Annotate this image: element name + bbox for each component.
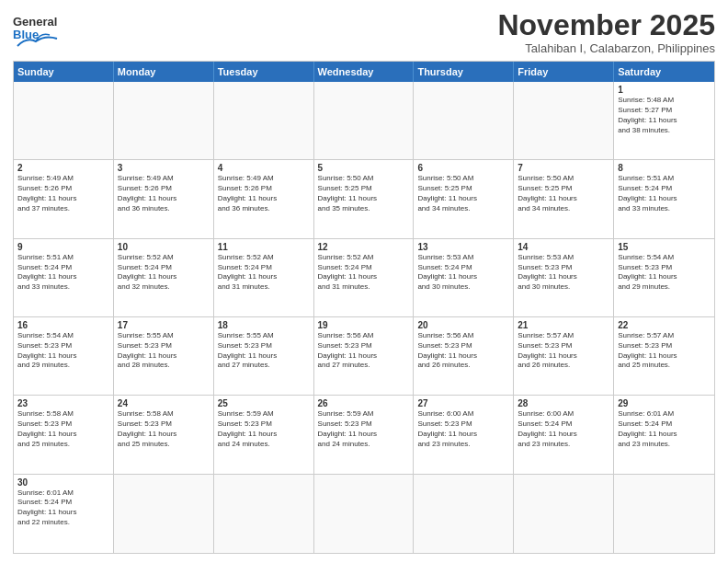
calendar-week-3: 9Sunrise: 5:51 AM Sunset: 5:24 PM Daylig… <box>14 239 714 317</box>
generalblue-logo-svg: General Blue <box>13 9 59 51</box>
day-info: Sunrise: 5:50 AM Sunset: 5:25 PM Dayligh… <box>318 174 410 213</box>
header-day-sunday: Sunday <box>14 62 114 82</box>
calendar-cell: 14Sunrise: 5:53 AM Sunset: 5:23 PM Dayli… <box>514 239 614 316</box>
calendar-cell <box>414 475 514 553</box>
day-info: Sunrise: 5:55 AM Sunset: 5:23 PM Dayligh… <box>218 331 310 371</box>
header-day-saturday: Saturday <box>614 62 714 82</box>
day-info: Sunrise: 5:58 AM Sunset: 5:23 PM Dayligh… <box>17 409 109 449</box>
calendar-cell: 6Sunrise: 5:50 AM Sunset: 5:25 PM Daylig… <box>414 160 514 237</box>
calendar-week-2: 2Sunrise: 5:49 AM Sunset: 5:26 PM Daylig… <box>14 160 714 238</box>
svg-text:General: General <box>13 15 57 29</box>
calendar-cell: 20Sunrise: 5:56 AM Sunset: 5:23 PM Dayli… <box>414 317 514 395</box>
calendar-cell <box>614 475 714 553</box>
day-number: 11 <box>218 242 310 252</box>
day-info: Sunrise: 6:01 AM Sunset: 5:24 PM Dayligh… <box>618 409 711 449</box>
day-number: 29 <box>618 398 711 408</box>
day-info: Sunrise: 5:49 AM Sunset: 5:26 PM Dayligh… <box>17 174 109 213</box>
calendar-cell: 19Sunrise: 5:56 AM Sunset: 5:23 PM Dayli… <box>314 317 415 395</box>
day-number: 6 <box>417 163 509 173</box>
day-info: Sunrise: 5:57 AM Sunset: 5:23 PM Dayligh… <box>518 331 609 371</box>
day-info: Sunrise: 5:53 AM Sunset: 5:23 PM Dayligh… <box>518 253 609 293</box>
calendar-cell <box>314 82 415 159</box>
calendar-cell: 1Sunrise: 5:48 AM Sunset: 5:27 PM Daylig… <box>614 82 714 159</box>
day-info: Sunrise: 6:01 AM Sunset: 5:24 PM Dayligh… <box>17 488 109 528</box>
day-number: 7 <box>518 163 609 173</box>
day-info: Sunrise: 5:51 AM Sunset: 5:24 PM Dayligh… <box>618 174 711 213</box>
day-number: 13 <box>417 242 509 252</box>
day-number: 15 <box>618 242 711 252</box>
location-subtitle: Talahiban I, Calabarzon, Philippines <box>497 41 715 55</box>
header-day-wednesday: Wednesday <box>314 62 415 82</box>
day-number: 17 <box>118 320 210 330</box>
calendar-cell <box>214 475 314 553</box>
calendar-week-6: 30Sunrise: 6:01 AM Sunset: 5:24 PM Dayli… <box>14 475 714 553</box>
calendar-cell: 5Sunrise: 5:50 AM Sunset: 5:25 PM Daylig… <box>314 160 415 237</box>
day-number: 28 <box>518 398 609 408</box>
day-number: 12 <box>318 242 410 252</box>
page: General Blue November 2025 Talahiban I, … <box>0 0 728 563</box>
day-number: 1 <box>618 85 711 95</box>
svg-text:Blue: Blue <box>13 28 39 41</box>
header-day-thursday: Thursday <box>414 62 514 82</box>
day-info: Sunrise: 5:56 AM Sunset: 5:23 PM Dayligh… <box>318 331 410 371</box>
day-number: 22 <box>618 320 711 330</box>
calendar-week-5: 23Sunrise: 5:58 AM Sunset: 5:23 PM Dayli… <box>14 396 714 474</box>
day-number: 2 <box>17 163 109 173</box>
day-number: 16 <box>17 320 109 330</box>
day-info: Sunrise: 5:57 AM Sunset: 5:23 PM Dayligh… <box>618 331 711 371</box>
calendar-cell: 11Sunrise: 5:52 AM Sunset: 5:24 PM Dayli… <box>214 239 314 316</box>
day-number: 18 <box>218 320 310 330</box>
day-info: Sunrise: 6:00 AM Sunset: 5:24 PM Dayligh… <box>518 409 609 449</box>
day-info: Sunrise: 6:00 AM Sunset: 5:23 PM Dayligh… <box>417 409 509 449</box>
day-info: Sunrise: 5:50 AM Sunset: 5:25 PM Dayligh… <box>417 174 509 213</box>
calendar-cell: 23Sunrise: 5:58 AM Sunset: 5:23 PM Dayli… <box>14 396 114 473</box>
calendar-cell <box>214 82 314 159</box>
day-info: Sunrise: 5:51 AM Sunset: 5:24 PM Dayligh… <box>17 253 109 293</box>
calendar-header: SundayMondayTuesdayWednesdayThursdayFrid… <box>14 62 714 82</box>
calendar-cell: 3Sunrise: 5:49 AM Sunset: 5:26 PM Daylig… <box>114 160 214 237</box>
calendar-cell <box>414 82 514 159</box>
calendar-cell <box>114 82 214 159</box>
header-day-tuesday: Tuesday <box>214 62 314 82</box>
calendar-cell: 4Sunrise: 5:49 AM Sunset: 5:26 PM Daylig… <box>214 160 314 237</box>
logo-icon: General Blue <box>13 9 59 51</box>
day-number: 21 <box>518 320 609 330</box>
day-info: Sunrise: 5:58 AM Sunset: 5:23 PM Dayligh… <box>118 409 210 449</box>
month-title: November 2025 <box>497 9 715 41</box>
day-info: Sunrise: 5:48 AM Sunset: 5:27 PM Dayligh… <box>618 96 711 135</box>
calendar-cell: 28Sunrise: 6:00 AM Sunset: 5:24 PM Dayli… <box>514 396 614 473</box>
day-info: Sunrise: 5:52 AM Sunset: 5:24 PM Dayligh… <box>118 253 210 293</box>
calendar-cell: 12Sunrise: 5:52 AM Sunset: 5:24 PM Dayli… <box>314 239 415 316</box>
calendar: SundayMondayTuesdayWednesdayThursdayFrid… <box>13 61 715 554</box>
calendar-cell <box>514 82 614 159</box>
day-number: 23 <box>17 398 109 408</box>
day-number: 5 <box>318 163 410 173</box>
day-info: Sunrise: 5:59 AM Sunset: 5:23 PM Dayligh… <box>218 409 310 449</box>
day-info: Sunrise: 5:49 AM Sunset: 5:26 PM Dayligh… <box>118 174 210 213</box>
day-info: Sunrise: 5:56 AM Sunset: 5:23 PM Dayligh… <box>417 331 509 371</box>
day-number: 24 <box>118 398 210 408</box>
header-day-monday: Monday <box>114 62 214 82</box>
calendar-cell: 9Sunrise: 5:51 AM Sunset: 5:24 PM Daylig… <box>14 239 114 316</box>
calendar-cell: 15Sunrise: 5:54 AM Sunset: 5:23 PM Dayli… <box>614 239 714 316</box>
day-number: 4 <box>218 163 310 173</box>
day-number: 10 <box>118 242 210 252</box>
calendar-cell: 16Sunrise: 5:54 AM Sunset: 5:23 PM Dayli… <box>14 317 114 395</box>
calendar-cell: 7Sunrise: 5:50 AM Sunset: 5:25 PM Daylig… <box>514 160 614 237</box>
day-number: 27 <box>417 398 509 408</box>
day-number: 8 <box>618 163 711 173</box>
day-number: 20 <box>417 320 509 330</box>
day-info: Sunrise: 5:53 AM Sunset: 5:24 PM Dayligh… <box>417 253 509 293</box>
day-info: Sunrise: 5:54 AM Sunset: 5:23 PM Dayligh… <box>618 253 711 293</box>
calendar-cell: 21Sunrise: 5:57 AM Sunset: 5:23 PM Dayli… <box>514 317 614 395</box>
calendar-cell <box>14 82 114 159</box>
logo: General Blue <box>13 9 59 51</box>
calendar-cell: 26Sunrise: 5:59 AM Sunset: 5:23 PM Dayli… <box>314 396 415 473</box>
calendar-cell <box>514 475 614 553</box>
title-section: November 2025 Talahiban I, Calabarzon, P… <box>497 9 715 55</box>
day-info: Sunrise: 5:50 AM Sunset: 5:25 PM Dayligh… <box>518 174 609 213</box>
day-number: 3 <box>118 163 210 173</box>
calendar-body: 1Sunrise: 5:48 AM Sunset: 5:27 PM Daylig… <box>14 82 714 553</box>
calendar-cell: 8Sunrise: 5:51 AM Sunset: 5:24 PM Daylig… <box>614 160 714 237</box>
day-info: Sunrise: 5:55 AM Sunset: 5:23 PM Dayligh… <box>118 331 210 371</box>
